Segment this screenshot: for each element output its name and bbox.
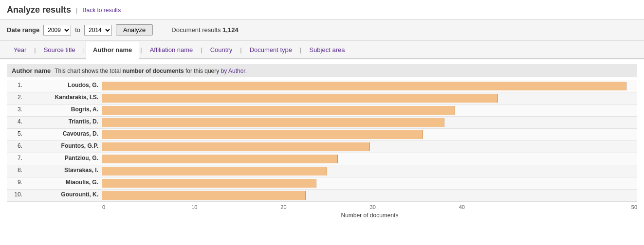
tab-document-type[interactable]: Document type <box>243 41 299 58</box>
table-row: 5. Cavouras, D. <box>7 129 637 141</box>
axis-labels: 0 10 20 30 40 50 <box>102 204 637 210</box>
date-range-label: Date range <box>7 26 39 34</box>
tab-subject-area[interactable]: Subject area <box>302 41 351 58</box>
bar-area <box>102 80 637 92</box>
chart-container: 1. Loudos, G. 2. Kandarakis, I.S. 3. Bog… <box>7 80 637 202</box>
to-label: to <box>75 26 80 34</box>
bar-area <box>102 129 637 140</box>
row-number: 10. <box>7 190 24 201</box>
chart-title-bar: Author name This chart shows the total n… <box>7 64 637 77</box>
row-author-name: Fountos, G.P. <box>24 141 102 153</box>
axis-label-30: 30 <box>370 204 459 210</box>
x-axis: 0 10 20 30 40 50 <box>102 202 637 210</box>
x-axis-title: Number of documents <box>102 212 637 219</box>
table-row: 3. Bogris, A. <box>7 105 637 117</box>
bar <box>102 191 306 200</box>
row-number: 1. <box>7 80 24 92</box>
tab-country[interactable]: Country <box>203 41 239 58</box>
bar <box>102 82 626 90</box>
row-number: 6. <box>7 141 24 153</box>
axis-label-50: 50 <box>548 204 637 210</box>
table-row: 10. Gourounti, K. <box>7 190 637 202</box>
tab-author-name[interactable]: Author name <box>86 41 139 59</box>
row-number: 7. <box>7 153 24 165</box>
row-author-name: Miaoulis, G. <box>24 177 102 189</box>
chart-subtitle: This chart shows the total number of doc… <box>55 68 247 74</box>
header-separator: | <box>76 6 77 14</box>
bar-area <box>102 105 637 116</box>
bar <box>102 155 338 163</box>
bar <box>102 118 444 127</box>
axis-label-20: 20 <box>280 204 369 210</box>
bar-area <box>102 190 637 201</box>
row-author-name: Pantziou, G. <box>24 153 102 165</box>
bar <box>102 167 327 175</box>
document-results: Document results 1,124 <box>171 26 238 34</box>
bar-area <box>102 117 637 128</box>
bar-area <box>102 177 637 189</box>
tabs-bar: Year | Source title | Author name | Affi… <box>0 41 644 59</box>
page-header: Analyze results | Back to results <box>0 0 644 19</box>
chart-section: Author name This chart shows the total n… <box>0 59 644 219</box>
axis-label-0: 0 <box>102 204 191 210</box>
bar <box>102 179 316 188</box>
bar <box>102 142 370 151</box>
table-row: 7. Pantziou, G. <box>7 153 637 165</box>
bar-area <box>102 92 637 104</box>
bar-area <box>102 165 637 177</box>
bar <box>102 106 455 115</box>
bar-area <box>102 153 637 165</box>
row-author-name: Stavrakas, I. <box>24 165 102 177</box>
chart-title: Author name <box>12 67 51 74</box>
date-range-bar: Date range 200920102011201220132014 to 2… <box>0 19 644 41</box>
bar <box>102 94 498 103</box>
document-results-count: 1,124 <box>222 26 239 34</box>
row-author-name: Kandarakis, I.S. <box>24 92 102 104</box>
axis-label-10: 10 <box>191 204 280 210</box>
back-to-results-link[interactable]: Back to results <box>82 7 121 14</box>
row-author-name: Triantis, D. <box>24 117 102 128</box>
bar <box>102 130 423 139</box>
to-year-select[interactable]: 200920102011201220132014 <box>84 25 112 35</box>
table-row: 1. Loudos, G. <box>7 80 637 92</box>
tab-source-title[interactable]: Source title <box>37 41 82 58</box>
table-row: 4. Triantis, D. <box>7 117 637 129</box>
tab-affiliation-name[interactable]: Affiliation name <box>143 41 200 58</box>
row-number: 5. <box>7 129 24 140</box>
row-number: 4. <box>7 117 24 128</box>
table-row: 8. Stavrakas, I. <box>7 165 637 177</box>
tab-year[interactable]: Year <box>7 41 33 58</box>
row-number: 8. <box>7 165 24 177</box>
row-author-name: Loudos, G. <box>24 80 102 92</box>
bar-area <box>102 141 637 153</box>
row-author-name: Bogris, A. <box>24 105 102 116</box>
table-row: 9. Miaoulis, G. <box>7 177 637 190</box>
from-year-select[interactable]: 200920102011201220132014 <box>43 25 71 35</box>
row-author-name: Gourounti, K. <box>24 190 102 201</box>
table-row: 6. Fountos, G.P. <box>7 141 637 153</box>
table-row: 2. Kandarakis, I.S. <box>7 92 637 105</box>
axis-label-40: 40 <box>459 204 548 210</box>
row-number: 2. <box>7 92 24 104</box>
row-author-name: Cavouras, D. <box>24 129 102 140</box>
row-number: 3. <box>7 105 24 116</box>
page-title: Analyze results <box>7 5 71 15</box>
analyze-button[interactable]: Analyze <box>116 24 153 35</box>
row-number: 9. <box>7 177 24 189</box>
